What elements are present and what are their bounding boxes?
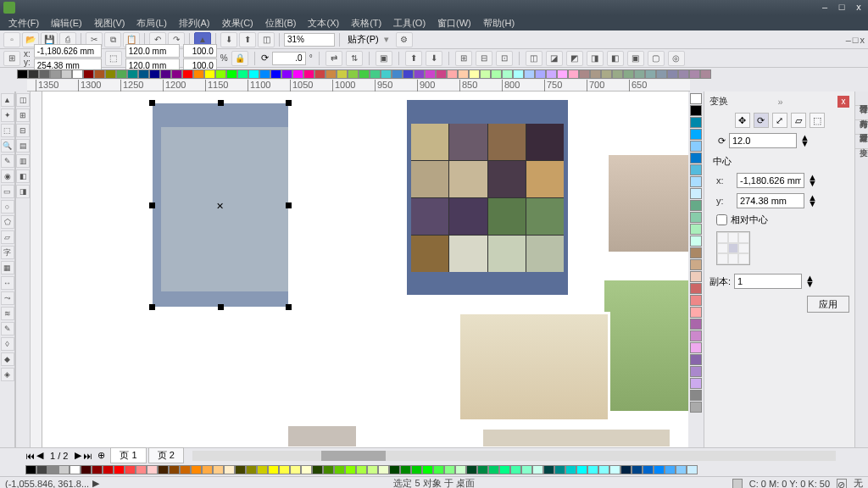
menu-item[interactable]: 表格(T) bbox=[346, 16, 387, 30]
color-swatch[interactable] bbox=[499, 465, 510, 474]
color-swatch[interactable] bbox=[411, 465, 422, 474]
color-swatch[interactable] bbox=[690, 105, 702, 116]
group-button[interactable]: ⊞ bbox=[455, 51, 472, 66]
canvas-object-photo-1[interactable] bbox=[606, 152, 688, 254]
color-swatch[interactable] bbox=[667, 69, 678, 79]
trim-button[interactable]: ◩ bbox=[566, 51, 583, 66]
color-swatch[interactable] bbox=[609, 465, 620, 474]
color-swatch[interactable] bbox=[491, 69, 502, 79]
first-page-button[interactable]: ⏮ bbox=[25, 451, 35, 461]
color-swatch[interactable] bbox=[392, 69, 403, 79]
color-swatch[interactable] bbox=[279, 465, 290, 474]
to-front-button[interactable]: ⬆ bbox=[405, 51, 422, 66]
color-swatch[interactable] bbox=[690, 366, 702, 377]
color-swatch[interactable] bbox=[290, 465, 301, 474]
apply-button[interactable]: 应用 bbox=[807, 296, 849, 313]
color-swatch[interactable] bbox=[690, 390, 702, 401]
color-swatch[interactable] bbox=[334, 465, 345, 474]
page-tab-2[interactable]: 页 2 bbox=[148, 447, 184, 463]
color-swatch[interactable] bbox=[643, 465, 654, 474]
center-x-input[interactable] bbox=[737, 173, 804, 188]
front-minus-button[interactable]: ▣ bbox=[627, 51, 644, 66]
color-swatch[interactable] bbox=[268, 465, 279, 474]
color-swatch[interactable] bbox=[92, 465, 103, 474]
color-swatch[interactable] bbox=[414, 69, 425, 79]
color-swatch[interactable] bbox=[690, 141, 702, 152]
zoom-level-input[interactable] bbox=[284, 33, 335, 47]
color-swatch[interactable] bbox=[690, 319, 702, 330]
color-swatch[interactable] bbox=[513, 69, 524, 79]
color-swatch[interactable] bbox=[248, 69, 259, 79]
color-swatch[interactable] bbox=[690, 295, 702, 306]
color-swatch[interactable] bbox=[543, 465, 554, 474]
color-swatch[interactable] bbox=[202, 465, 213, 474]
selected-object[interactable]: ✕ bbox=[153, 103, 288, 307]
color-swatch[interactable] bbox=[17, 69, 28, 79]
color-swatch[interactable] bbox=[690, 259, 702, 270]
color-swatch[interactable] bbox=[105, 69, 116, 79]
color-swatch[interactable] bbox=[270, 69, 281, 79]
color-swatch[interactable] bbox=[281, 69, 292, 79]
color-swatch[interactable] bbox=[458, 69, 469, 79]
copy-button[interactable]: ⧉ bbox=[104, 32, 121, 47]
color-swatch[interactable] bbox=[579, 69, 590, 79]
color-swatch[interactable] bbox=[436, 69, 447, 79]
color-swatch[interactable] bbox=[116, 69, 127, 79]
weld-button[interactable]: ◪ bbox=[546, 51, 563, 66]
simplify-button[interactable]: ◧ bbox=[607, 51, 624, 66]
menu-item[interactable]: 文本(X) bbox=[303, 16, 344, 30]
fill-tool[interactable]: ◆ bbox=[1, 352, 14, 366]
anchor-grid[interactable] bbox=[716, 231, 750, 265]
last-page-button[interactable]: ⏭ bbox=[83, 451, 92, 461]
menu-item[interactable]: 布局(L) bbox=[131, 16, 171, 30]
color-swatch[interactable] bbox=[546, 69, 557, 79]
transform-mode-button[interactable]: ⬚ bbox=[810, 113, 825, 128]
scale-x-input[interactable] bbox=[183, 44, 217, 58]
color-swatch[interactable] bbox=[557, 69, 568, 79]
color-swatch[interactable] bbox=[138, 69, 149, 79]
menu-item[interactable]: 排列(A) bbox=[174, 16, 215, 30]
color-swatch[interactable] bbox=[444, 465, 455, 474]
color-swatch[interactable] bbox=[314, 69, 326, 79]
color-swatch[interactable] bbox=[632, 465, 643, 474]
docker-tab[interactable]: 对象管理器 bbox=[855, 120, 868, 135]
add-page-button[interactable]: ⊕ bbox=[94, 450, 108, 461]
color-swatch[interactable] bbox=[94, 69, 105, 79]
intersect-button[interactable]: ◨ bbox=[587, 51, 604, 66]
canvas-object-collage[interactable] bbox=[411, 124, 564, 272]
menu-item[interactable]: 效果(C) bbox=[217, 16, 259, 30]
color-swatch[interactable] bbox=[422, 465, 433, 474]
copies-input[interactable] bbox=[734, 274, 802, 289]
menu-item[interactable]: 文件(F) bbox=[3, 16, 44, 30]
align-button[interactable]: ▣ bbox=[376, 51, 392, 66]
color-swatch[interactable] bbox=[690, 307, 702, 318]
color-swatch[interactable] bbox=[103, 465, 114, 474]
new-button[interactable]: ▫ bbox=[3, 32, 20, 47]
menu-item[interactable]: 工具(O) bbox=[388, 16, 431, 30]
basic-shapes-tool[interactable]: ▱ bbox=[1, 230, 14, 244]
canvas-object-photo-4[interactable] bbox=[483, 430, 670, 446]
color-swatch[interactable] bbox=[83, 69, 94, 79]
aux-tool-6[interactable]: ◧ bbox=[16, 169, 30, 183]
outline-tool[interactable]: ◊ bbox=[1, 337, 14, 351]
doc-minimize-button[interactable]: – bbox=[846, 35, 851, 45]
color-swatch[interactable] bbox=[469, 69, 480, 79]
color-swatch[interactable] bbox=[690, 283, 702, 294]
color-swatch[interactable] bbox=[337, 69, 348, 79]
color-swatch[interactable] bbox=[367, 465, 378, 474]
color-swatch[interactable] bbox=[226, 69, 237, 79]
connector-tool[interactable]: ⤳ bbox=[1, 291, 14, 305]
docker-collapse-button[interactable]: » bbox=[777, 97, 782, 107]
color-swatch[interactable] bbox=[224, 465, 235, 474]
rectangle-tool[interactable]: ▭ bbox=[1, 185, 14, 198]
next-page-button[interactable]: ▶ bbox=[75, 450, 81, 461]
color-swatch[interactable] bbox=[370, 69, 381, 79]
color-swatch[interactable] bbox=[690, 271, 702, 282]
options-button[interactable]: ⚙ bbox=[396, 32, 413, 47]
color-swatch[interactable] bbox=[690, 330, 702, 341]
color-swatch[interactable] bbox=[61, 69, 72, 79]
color-swatch[interactable] bbox=[678, 69, 689, 79]
color-swatch[interactable] bbox=[58, 465, 70, 474]
color-swatch[interactable] bbox=[180, 465, 191, 474]
color-swatch[interactable] bbox=[433, 465, 444, 474]
